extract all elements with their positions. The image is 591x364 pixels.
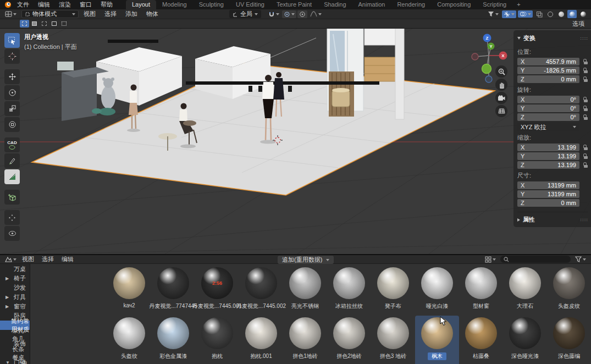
material-item[interactable]: 头盔纹 [107, 316, 151, 364]
material-item[interactable]: 枯藤叠 [459, 316, 503, 364]
transform-panel-header[interactable]: 变换 :::: [517, 32, 588, 45]
shading-solid-button[interactable] [556, 10, 566, 18]
add-primitive-tool[interactable] [4, 190, 20, 205]
falloff-dropdown[interactable] [308, 10, 323, 18]
shading-rendered-button[interactable] [578, 10, 588, 18]
tab-animation[interactable]: Animation [352, 0, 391, 9]
dimensions-z-field[interactable]: Z0 mm [517, 199, 579, 207]
append-reuse-data-button[interactable]: 追加(重用数据) [278, 256, 334, 264]
camera-view-button[interactable] [495, 92, 507, 104]
scale-x-field[interactable]: X13.199 [517, 144, 579, 151]
material-item[interactable]: 2:56丹麦视觉...7445.001 [195, 266, 239, 316]
material-item[interactable]: 冰箱拉丝纹 [327, 266, 371, 316]
pan-button[interactable] [495, 79, 507, 91]
lock-icon[interactable] [583, 59, 588, 64]
tab-sculpting[interactable]: Sculpting [193, 0, 230, 9]
lock-icon[interactable] [583, 76, 588, 82]
select-mode-invert[interactable] [49, 20, 59, 27]
filter-dropdown[interactable] [573, 256, 588, 263]
options-button[interactable]: 选项 [572, 20, 587, 28]
menu-edit[interactable]: 编辑 [34, 0, 54, 9]
lock-icon[interactable] [583, 114, 588, 120]
tab-layout[interactable]: Layout [126, 0, 156, 9]
search-box[interactable] [500, 256, 571, 263]
transform-orientation-dropdown[interactable]: 全局 [229, 10, 261, 18]
material-item-selected[interactable]: 枫木 [415, 316, 459, 364]
display-mode-dropdown[interactable] [483, 256, 498, 263]
menu-render[interactable]: 渲染 [54, 0, 75, 9]
rotation-x-field[interactable]: X0° [517, 96, 579, 103]
material-item[interactable]: 彩色金属漆 [151, 316, 195, 364]
tab-texture-paint[interactable]: Texture Paint [270, 0, 318, 9]
tab-modeling[interactable]: Modeling [156, 0, 193, 9]
shading-material-button[interactable] [567, 10, 577, 18]
show-overlays-toggle[interactable] [518, 10, 533, 18]
dimensions-x-field[interactable]: X13199 mm [517, 181, 579, 189]
menu-view[interactable]: 视图 [18, 255, 38, 263]
material-item[interactable]: 拼色3 地砖 [371, 316, 415, 364]
lock-icon[interactable] [583, 106, 588, 111]
zoom-button[interactable] [495, 65, 507, 78]
rotation-z-field[interactable]: Z0° [517, 113, 579, 121]
transform-tool[interactable] [4, 117, 20, 132]
material-item[interactable]: 抱枕.001 [239, 316, 283, 364]
dimensions-y-field[interactable]: Y13199 mm [517, 190, 579, 198]
measure-tool[interactable] [4, 169, 20, 184]
menu-file[interactable]: 文件 [13, 0, 34, 9]
snap-toggle[interactable] [267, 10, 281, 18]
lock-icon[interactable] [583, 97, 588, 102]
menu-window[interactable]: 窗口 [75, 0, 96, 9]
material-item[interactable]: 型材窗 [459, 266, 503, 316]
ortho-toggle-button[interactable] [495, 105, 507, 117]
disclosure-triangle[interactable]: ▶ [5, 304, 11, 309]
annotate-tool[interactable] [4, 153, 20, 168]
visibility-filter-dropdown[interactable] [486, 10, 500, 18]
scale-tool[interactable] [4, 101, 20, 116]
material-item[interactable]: 深色藤编 [547, 316, 591, 364]
material-item[interactable]: 拼色1地砖 [283, 316, 327, 364]
material-item[interactable]: 头盔皮纹 [547, 266, 591, 316]
menu-view[interactable]: 视图 [80, 10, 100, 18]
disclosure-triangle[interactable]: ▶ [5, 295, 11, 300]
blender-logo-icon[interactable] [3, 0, 13, 9]
editor-type-selector[interactable] [3, 256, 18, 263]
tab-uv-editing[interactable]: UV Editing [230, 0, 270, 9]
select-mode-new[interactable] [20, 20, 29, 27]
scale-z-field[interactable]: Z13.199 [517, 161, 579, 169]
material-item[interactable]: 亮光不锈钢 [283, 266, 327, 316]
show-gizmo-toggle[interactable] [502, 10, 516, 18]
editor-type-selector[interactable] [3, 10, 18, 18]
disclosure-triangle[interactable]: ▶ [5, 276, 11, 281]
material-item[interactable]: 丹麦视觉...7445.002 [239, 266, 283, 316]
category-item[interactable]: ▶椅子 [0, 274, 30, 283]
tab-scripting[interactable]: Scripting [477, 0, 512, 9]
menu-select[interactable]: 选择 [38, 255, 58, 263]
move-tool[interactable] [4, 69, 20, 84]
select-mode-subtract[interactable] [40, 20, 49, 27]
material-item[interactable]: 丹麦视觉...7747445 [151, 266, 195, 316]
pivot-point-dropdown[interactable] [282, 10, 296, 18]
tab-rendering[interactable]: Rendering [391, 0, 431, 9]
tab-compositing[interactable]: Compositing [431, 0, 477, 9]
cursor-tool[interactable] [4, 49, 20, 64]
tweak-move-tool[interactable] [4, 210, 20, 225]
menu-object[interactable]: 物体 [142, 10, 162, 18]
category-item[interactable]: ▶窗帘 [0, 302, 30, 311]
select-mode-extend[interactable] [30, 20, 39, 27]
search-input[interactable] [511, 256, 566, 262]
rotate-tool[interactable] [4, 85, 20, 100]
menu-help[interactable]: 帮助 [96, 0, 117, 9]
material-item[interactable]: 大理石 [503, 266, 547, 316]
lock-icon[interactable] [583, 145, 588, 150]
location-x-field[interactable]: X4557.9 mm [517, 58, 579, 65]
cad-tool-group[interactable]: CAD [4, 137, 20, 152]
xray-toggle[interactable] [534, 10, 544, 18]
material-item[interactable]: kач2 [107, 266, 151, 316]
menu-select[interactable]: 选择 [101, 10, 120, 18]
lock-icon[interactable] [583, 162, 588, 168]
rotation-y-field[interactable]: Y0° [517, 104, 579, 112]
select-mode-intersect[interactable] [59, 20, 69, 27]
location-z-field[interactable]: Z0 mm [517, 75, 579, 83]
menu-add[interactable]: 添加 [121, 10, 141, 18]
category-item[interactable]: ▶灯具 [0, 293, 30, 302]
